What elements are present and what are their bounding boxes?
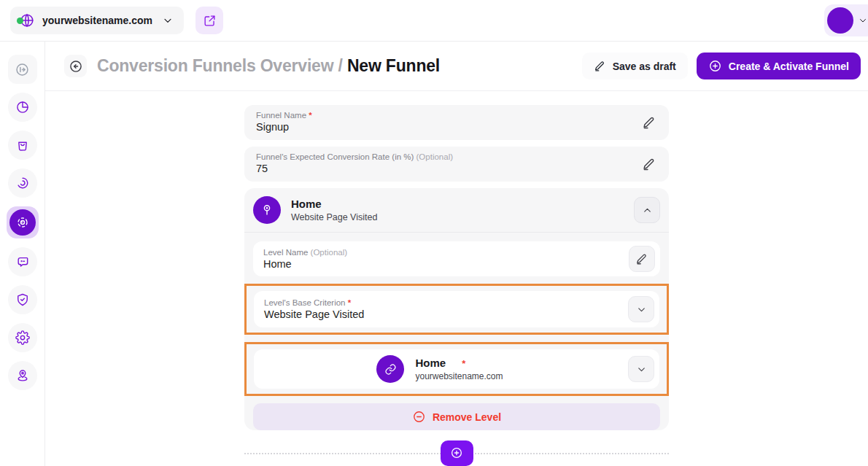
- breadcrumb-parent[interactable]: Conversion Funnels Overview: [97, 56, 333, 75]
- content: Funnel Name * Signup Funnel's Expected C…: [45, 91, 868, 466]
- header-actions: Save as draft Create & Activate Funnel: [582, 53, 861, 79]
- optional-marker: (Optional): [311, 248, 348, 257]
- chevron-down-icon: [636, 364, 647, 375]
- level-subtitle: Website Page Visited: [291, 212, 377, 222]
- funnel-name-value: Signup: [256, 121, 631, 133]
- save-as-draft-label: Save as draft: [613, 61, 676, 72]
- user-menu[interactable]: [824, 4, 868, 36]
- create-activate-funnel-button[interactable]: Create & Activate Funnel: [697, 53, 861, 79]
- sidebar-toggle-icon: [15, 62, 30, 77]
- page-title-value: Home: [415, 357, 446, 369]
- sidebar-item-shield[interactable]: [8, 285, 37, 314]
- pie-chart-icon: [15, 100, 30, 114]
- level-name-value: Home: [263, 258, 616, 270]
- sidebar-item-chatbot[interactable]: [8, 247, 37, 276]
- edit-pencil-icon[interactable]: [642, 115, 656, 130]
- page-title: New Funnel: [347, 56, 440, 75]
- pencil-icon: [594, 60, 606, 72]
- chevron-down-icon: [162, 15, 174, 26]
- site-selector[interactable]: yourwebsitename.com: [10, 7, 184, 34]
- sidebar-item-pie-chart[interactable]: [8, 93, 37, 122]
- required-marker: *: [309, 111, 311, 120]
- level-title: Home: [291, 198, 377, 210]
- optional-marker: (Optional): [416, 152, 454, 161]
- chatbot-icon: [15, 255, 30, 269]
- breadcrumb-separator: /: [333, 56, 347, 75]
- funnel-name-field[interactable]: Funnel Name * Signup: [244, 105, 669, 140]
- level-card: Home Website Page Visited: [244, 188, 669, 430]
- top-bar: yourwebsitename.com: [0, 0, 868, 42]
- sidebar-item-funnels-active[interactable]: [7, 206, 39, 238]
- location-pin-icon: [15, 368, 30, 383]
- edit-level-name-button[interactable]: [629, 246, 655, 272]
- link-icon: [376, 355, 404, 383]
- sidebar-item-radar[interactable]: [8, 168, 37, 198]
- conversion-rate-field[interactable]: Funnel's Expected Conversion Rate (in %)…: [244, 147, 669, 182]
- level-name-label: Level Name (Optional): [263, 248, 616, 257]
- pin-balloon-icon: [253, 196, 281, 224]
- minus-circle-icon: [412, 410, 426, 424]
- status-dot: [17, 18, 23, 24]
- criterion-highlight-box: Level's Base Criterion * Website Page Vi…: [244, 284, 669, 335]
- add-level-button[interactable]: [441, 440, 473, 466]
- collapse-level-button[interactable]: [634, 197, 660, 223]
- add-level-row: [244, 440, 669, 466]
- divider: [244, 232, 669, 233]
- save-as-draft-button[interactable]: Save as draft: [582, 53, 688, 79]
- shopping-bag-icon: [15, 138, 30, 152]
- create-activate-funnel-label: Create & Activate Funnel: [729, 61, 849, 72]
- arrow-left-circle-icon: [69, 59, 83, 74]
- plus-circle-icon: [450, 446, 463, 459]
- base-criterion-label: Level's Base Criterion *: [264, 298, 616, 307]
- plus-circle-icon: [708, 59, 722, 73]
- site-name: yourwebsitename.com: [42, 15, 155, 26]
- conversion-rate-label: Funnel's Expected Conversion Rate (in %)…: [256, 152, 631, 161]
- level-header[interactable]: Home Website Page Visited: [244, 188, 669, 232]
- page-select[interactable]: Home* yourwebsitename.com: [254, 349, 659, 389]
- page-url-value: yourwebsitename.com: [415, 371, 503, 381]
- open-website-button[interactable]: [195, 7, 223, 34]
- required-marker: *: [462, 358, 465, 369]
- funnel-target-icon: [9, 209, 36, 236]
- chevron-up-icon: [642, 205, 653, 216]
- avatar: [827, 7, 853, 34]
- globe-icon: [19, 12, 35, 28]
- required-marker: *: [348, 298, 351, 307]
- sidebar-item-settings[interactable]: [8, 323, 37, 352]
- external-link-icon: [203, 14, 217, 28]
- sidebar-item-shopping-bag[interactable]: [8, 131, 37, 160]
- shield-check-icon: [15, 292, 30, 307]
- back-button[interactable]: [64, 55, 87, 77]
- edit-pencil-icon: [635, 252, 648, 265]
- page-header: Conversion Funnels Overview / New Funnel…: [45, 42, 868, 91]
- base-criterion-select[interactable]: Level's Base Criterion * Website Page Vi…: [254, 291, 659, 327]
- radar-arcs-icon: [15, 176, 30, 190]
- settings-gear-icon: [15, 330, 30, 345]
- conversion-rate-value: 75: [256, 163, 631, 174]
- base-criterion-value: Website Page Visited: [264, 308, 616, 320]
- edit-pencil-icon[interactable]: [642, 157, 656, 171]
- remove-level-button[interactable]: Remove Level: [253, 403, 660, 430]
- chevron-down-icon: [858, 15, 868, 26]
- app: yourwebsitename.com: [0, 0, 868, 466]
- main-area: Conversion Funnels Overview / New Funnel…: [45, 42, 868, 466]
- page-dropdown-button[interactable]: [628, 356, 654, 382]
- criterion-dropdown-button[interactable]: [628, 296, 654, 322]
- breadcrumb: Conversion Funnels Overview / New Funnel: [97, 56, 440, 76]
- level-name-field[interactable]: Level Name (Optional) Home: [253, 241, 660, 276]
- page-highlight-box: Home* yourwebsitename.com: [244, 342, 669, 396]
- funnel-name-label: Funnel Name *: [256, 111, 631, 120]
- remove-level-label: Remove Level: [433, 411, 501, 423]
- sidebar: [0, 42, 45, 466]
- sidebar-item-location[interactable]: [8, 361, 37, 390]
- chevron-down-icon: [636, 304, 647, 315]
- sidebar-toggle[interactable]: [8, 55, 37, 84]
